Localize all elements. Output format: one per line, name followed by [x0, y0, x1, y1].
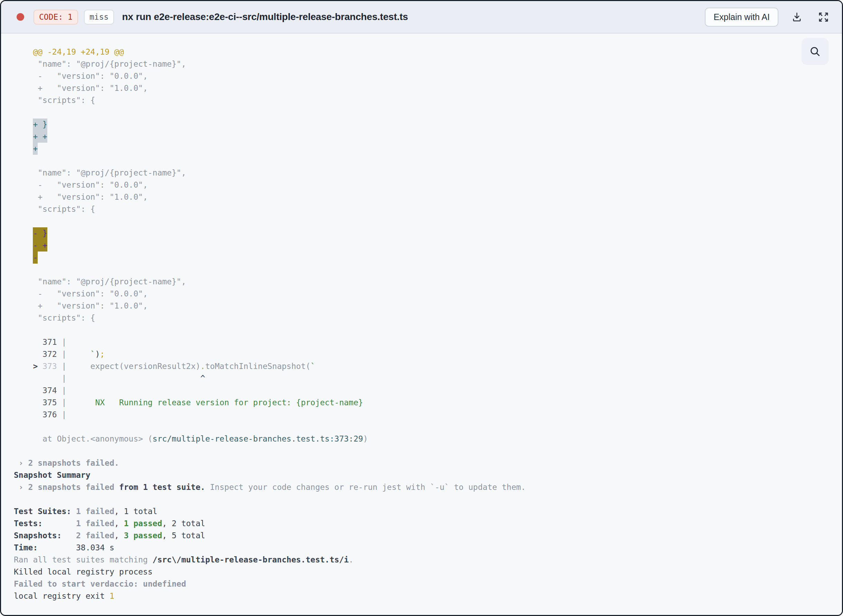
- record-dot-icon: [16, 13, 24, 21]
- terminal-line: local registry exit 1: [14, 590, 828, 602]
- terminal-line: › 2 snapshots failed.: [14, 457, 828, 469]
- terminal-line: [14, 445, 828, 457]
- terminal-line: "scripts": {: [14, 203, 828, 215]
- terminal-line: - "version": "0.0.0",: [14, 179, 828, 191]
- terminal-line: "scripts": {: [14, 94, 828, 106]
- download-icon: [792, 12, 802, 22]
- cache-status-badge: miss: [84, 10, 114, 25]
- terminal-line: -: [14, 252, 828, 264]
- terminal-line: Ran all test suites matching /src\/multi…: [14, 554, 828, 566]
- terminal-text: @@ -24,19 +24,19 @@ "name": "@proj/{proj…: [1, 34, 842, 602]
- expand-button[interactable]: [818, 12, 829, 22]
- terminal-line: › 2 snapshots failed from 1 test suite. …: [14, 481, 828, 493]
- search-button[interactable]: [802, 38, 828, 65]
- terminal-line: - "version": "0.0.0",: [14, 288, 828, 300]
- terminal-line: + +: [14, 131, 828, 143]
- terminal-line: + "version": "1.0.0",: [14, 191, 828, 203]
- terminal-line: 376 |: [14, 409, 828, 421]
- terminal-line: + }: [14, 119, 828, 131]
- terminal-line: "scripts": {: [14, 312, 828, 324]
- expand-icon: [818, 12, 829, 22]
- task-output-window: CODE: 1 miss nx run e2e-release:e2e-ci--…: [0, 0, 843, 616]
- search-icon: [809, 45, 821, 57]
- terminal-line: "name": "@proj/{project-name}",: [14, 167, 828, 179]
- terminal-line: [14, 155, 828, 167]
- terminal-line: [14, 215, 828, 227]
- terminal-line: - }: [14, 227, 828, 239]
- terminal-line: 375 | NX Running release version for pro…: [14, 397, 828, 409]
- terminal-line: [14, 493, 828, 506]
- terminal-line: | ^: [14, 373, 828, 384]
- terminal-line: Snapshot Summary: [14, 469, 828, 481]
- terminal-line: 372 | `);: [14, 348, 828, 360]
- terminal-line: 374 |: [14, 384, 828, 397]
- exit-code-badge: CODE: 1: [34, 10, 78, 25]
- explain-with-ai-button[interactable]: Explain with AI: [705, 7, 778, 26]
- header: CODE: 1 miss nx run e2e-release:e2e-ci--…: [1, 1, 842, 34]
- terminal-line: + "version": "1.0.0",: [14, 300, 828, 312]
- download-button[interactable]: [792, 12, 802, 22]
- terminal-line: > 373 | expect(versionResult2x).toMatchI…: [14, 360, 828, 373]
- terminal-line: Time: 38.034 s: [14, 542, 828, 554]
- terminal-output: @@ -24,19 +24,19 @@ "name": "@proj/{proj…: [1, 34, 842, 615]
- terminal-line: "name": "@proj/{project-name}",: [14, 276, 828, 288]
- terminal-line: + "version": "1.0.0",: [14, 82, 828, 94]
- terminal-line: [14, 264, 828, 276]
- terminal-line: +: [14, 143, 828, 155]
- terminal-line: 371 |: [14, 336, 828, 348]
- terminal-line: [14, 324, 828, 336]
- terminal-line: [14, 106, 828, 119]
- terminal-line: Failed to start verdaccio: undefined: [14, 578, 828, 590]
- terminal-line: Test Suites: 1 failed, 1 total: [14, 506, 828, 518]
- terminal-line: [14, 421, 828, 433]
- terminal-line: at Object.<anonymous> (src/multiple-rele…: [14, 433, 828, 445]
- terminal-line: - +: [14, 239, 828, 252]
- task-title: nx run e2e-release:e2e-ci--src/multiple-…: [122, 12, 408, 22]
- terminal-line: - "version": "0.0.0",: [14, 70, 828, 82]
- terminal-line: Tests: 1 failed, 1 passed, 2 total: [14, 518, 828, 529]
- terminal-line: Snapshots: 2 failed, 3 passed, 5 total: [14, 529, 828, 542]
- terminal-line: "name": "@proj/{project-name}",: [14, 58, 828, 70]
- terminal-line: Killed local registry process: [14, 566, 828, 578]
- terminal-line: @@ -24,19 +24,19 @@: [14, 46, 828, 58]
